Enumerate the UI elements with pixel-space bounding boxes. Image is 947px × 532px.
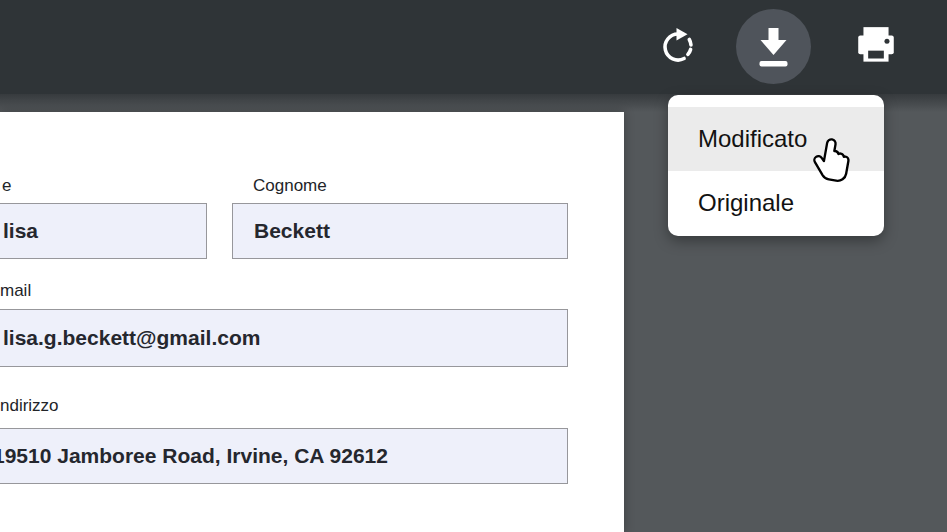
email-field[interactable]: lisa.g.beckett@gmail.com	[0, 309, 568, 367]
printer-icon	[853, 24, 899, 73]
download-menu: Modificato Originale	[668, 95, 884, 236]
pdf-toolbar	[0, 0, 947, 94]
last-name-field[interactable]: Beckett	[232, 203, 568, 259]
menu-item-modificato-label: Modificato	[698, 125, 807, 153]
address-label: ndirizzo	[0, 396, 59, 416]
rotate-icon	[656, 24, 700, 71]
email-label: mail	[0, 281, 31, 301]
menu-item-originale-label: Originale	[698, 189, 794, 217]
menu-item-originale[interactable]: Originale	[668, 171, 884, 235]
first-name-value: lisa	[3, 219, 38, 243]
first-name-label: e	[2, 176, 11, 196]
address-value: 19510 Jamboree Road, Irvine, CA 92612	[0, 444, 388, 468]
last-name-value: Beckett	[254, 219, 330, 243]
rotate-button[interactable]	[654, 23, 702, 71]
print-button[interactable]	[852, 24, 900, 72]
download-button[interactable]	[736, 9, 811, 84]
pdf-page: e lisa Cognome Beckett mail lisa.g.becke…	[0, 112, 624, 532]
download-icon	[736, 8, 811, 86]
first-name-field[interactable]: lisa	[0, 203, 207, 259]
email-value: lisa.g.beckett@gmail.com	[3, 326, 260, 350]
menu-item-modificato[interactable]: Modificato	[668, 107, 884, 171]
last-name-label: Cognome	[253, 176, 327, 196]
address-field[interactable]: 19510 Jamboree Road, Irvine, CA 92612	[0, 428, 568, 484]
